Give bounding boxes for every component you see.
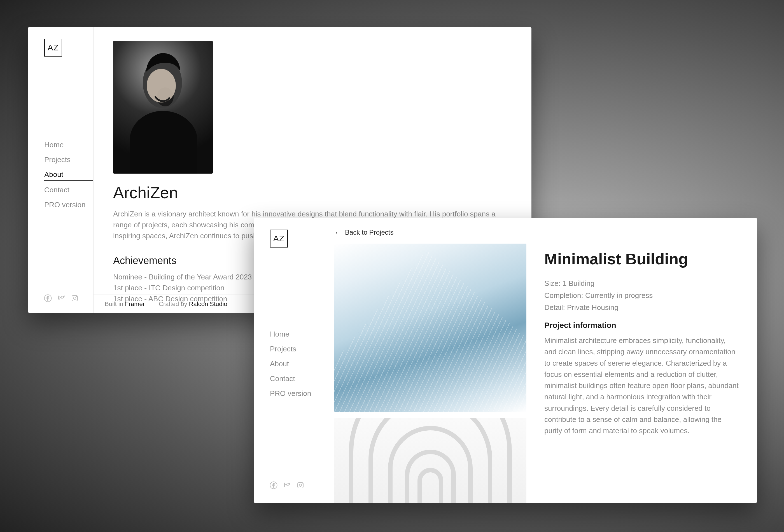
social-links [254,481,319,491]
arrow-left-icon: ← [334,229,342,236]
nav-item-home[interactable]: Home [270,330,319,340]
nav-item-projects[interactable]: Projects [270,345,319,355]
project-content: ← Back to Projects [319,218,757,503]
facebook-icon[interactable] [44,294,52,304]
project-gallery [334,244,526,503]
footer-crafted-prefix: Crafted by [159,301,189,307]
meta-value: Private Housing [567,303,618,312]
nav-item-about[interactable]: About [270,360,319,369]
nav-item-pro[interactable]: PRO version [44,200,93,210]
meta-label: Detail: [544,303,565,312]
project-page-window: AZ Home Projects About Contact PRO versi… [254,218,757,503]
meta-value: Currently in progress [585,291,653,300]
nav-item-home[interactable]: Home [44,141,93,150]
footer-built: Built in Framer [105,301,145,308]
meta-label: Completion: [544,291,583,300]
nav-item-contact[interactable]: Contact [44,186,93,195]
nav-item-projects[interactable]: Projects [44,156,93,165]
instagram-icon[interactable] [296,481,305,491]
project-details: Minimalist Building Size: 1 Building Com… [544,244,739,503]
meta-detail: Detail: Private Housing [544,303,739,312]
facebook-icon[interactable] [269,481,278,491]
social-links [28,294,93,304]
project-title: Minimalist Building [544,250,739,268]
twitter-icon[interactable] [283,481,291,491]
instagram-icon[interactable] [71,294,79,304]
project-image-secondary [334,418,526,503]
meta-size: Size: 1 Building [544,279,739,288]
project-info-heading: Project information [544,321,739,330]
sidebar: AZ Home Projects About Contact PRO versi… [28,27,93,313]
footer-crafted-link[interactable]: Ralcon Studio [189,301,227,307]
svg-point-6 [147,69,176,103]
footer-crafted: Crafted by Ralcon Studio [159,301,227,308]
svg-point-3 [76,296,77,297]
primary-nav: Home Projects About Contact PRO version [28,141,93,210]
project-image-main [334,244,526,412]
svg-point-9 [299,484,302,487]
back-label: Back to Projects [345,228,393,236]
about-portrait [113,41,213,174]
svg-point-2 [74,297,76,300]
footer-built-prefix: Built in [105,301,125,307]
nav-item-about[interactable]: About [44,170,93,180]
logo[interactable]: AZ [44,39,62,57]
project-info-body: Minimalist architecture embraces simplic… [544,335,739,437]
logo[interactable]: AZ [270,230,288,248]
meta-value: 1 Building [562,279,594,287]
twitter-icon[interactable] [57,294,65,304]
meta-completion: Completion: Currently in progress [544,291,739,300]
meta-label: Size: [544,279,561,287]
page-title: ArchiZen [113,183,512,202]
footer-built-link[interactable]: Framer [125,301,145,307]
primary-nav: Home Projects About Contact PRO version [254,330,319,399]
nav-item-contact[interactable]: Contact [270,374,319,384]
back-to-projects-link[interactable]: ← Back to Projects [334,228,739,236]
svg-point-10 [302,483,303,484]
sidebar: AZ Home Projects About Contact PRO versi… [254,218,319,503]
nav-item-pro[interactable]: PRO version [270,389,319,399]
